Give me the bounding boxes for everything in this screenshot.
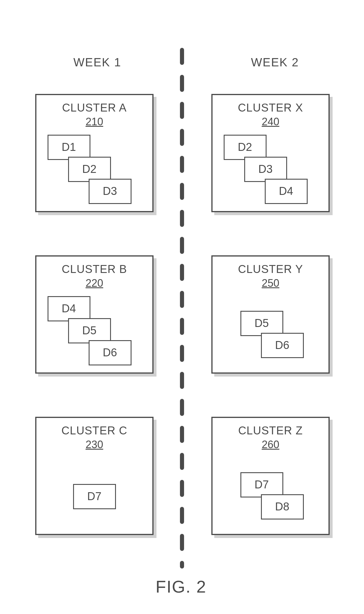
- cluster-y-doc2-label: D6: [275, 339, 289, 352]
- cluster-y-doc1: D5: [240, 311, 283, 336]
- cluster-a-doc3-label: D3: [103, 185, 117, 198]
- figure-label: FIG. 2: [156, 577, 206, 596]
- cluster-z-doc2-label: D8: [275, 500, 289, 513]
- cluster-a-doc1-label: D1: [62, 141, 76, 154]
- cluster-z-id: 260: [213, 438, 328, 451]
- cluster-x-doc2: D3: [244, 157, 287, 182]
- cluster-b-doc3: D6: [89, 340, 132, 365]
- cluster-z-box: CLUSTER Z 260 D7 D8: [211, 417, 330, 535]
- cluster-z-doc2: D8: [261, 494, 304, 519]
- cluster-c-box: CLUSTER C 230 D7: [35, 417, 154, 535]
- cluster-b-doc2-label: D5: [82, 324, 97, 337]
- week1-header: WEEK 1: [73, 56, 121, 69]
- cluster-c-id: 230: [36, 438, 152, 451]
- cluster-x-doc3: D4: [265, 179, 308, 204]
- cluster-a-doc2: D2: [68, 157, 111, 182]
- cluster-x-doc1: D2: [224, 135, 267, 160]
- cluster-y-title: CLUSTER Y: [213, 263, 328, 276]
- cluster-y-doc1-label: D5: [255, 317, 269, 330]
- cluster-x-title: CLUSTER X: [213, 102, 328, 114]
- cluster-b-doc2: D5: [68, 318, 111, 343]
- week2-header: WEEK 2: [251, 56, 299, 69]
- cluster-a-doc3: D3: [89, 179, 132, 204]
- cluster-y-id: 250: [213, 277, 328, 289]
- cluster-x-box: CLUSTER X 240 D2 D3 D4: [211, 94, 330, 212]
- cluster-a-doc2-label: D2: [82, 163, 97, 176]
- diagram-stage: WEEK 1 WEEK 2 CLUSTER A 210 D1 D2 D3 CLU…: [0, 0, 364, 614]
- cluster-c-title: CLUSTER C: [36, 424, 152, 437]
- cluster-c-doc1-label: D7: [87, 490, 102, 503]
- cluster-b-box: CLUSTER B 220 D4 D5 D6: [35, 255, 154, 374]
- cluster-b-doc1: D4: [48, 296, 90, 321]
- cluster-b-id: 220: [36, 277, 152, 289]
- cluster-a-title: CLUSTER A: [36, 102, 152, 114]
- cluster-c-doc1: D7: [73, 484, 116, 509]
- cluster-b-doc3-label: D6: [103, 346, 117, 359]
- cluster-x-doc3-label: D4: [279, 185, 293, 198]
- cluster-z-doc1: D7: [240, 472, 283, 497]
- cluster-x-doc1-label: D2: [238, 141, 252, 154]
- cluster-b-doc1-label: D4: [62, 302, 76, 315]
- cluster-y-doc2: D6: [261, 333, 304, 358]
- cluster-x-id: 240: [213, 116, 328, 128]
- cluster-b-title: CLUSTER B: [36, 263, 152, 276]
- cluster-a-doc1: D1: [48, 135, 90, 160]
- cluster-a-box: CLUSTER A 210 D1 D2 D3: [35, 94, 154, 212]
- cluster-y-box: CLUSTER Y 250 D5 D6: [211, 255, 330, 374]
- cluster-z-title: CLUSTER Z: [213, 424, 328, 437]
- cluster-x-doc2-label: D3: [258, 163, 273, 176]
- cluster-a-id: 210: [36, 116, 152, 128]
- cluster-z-doc1-label: D7: [255, 478, 269, 491]
